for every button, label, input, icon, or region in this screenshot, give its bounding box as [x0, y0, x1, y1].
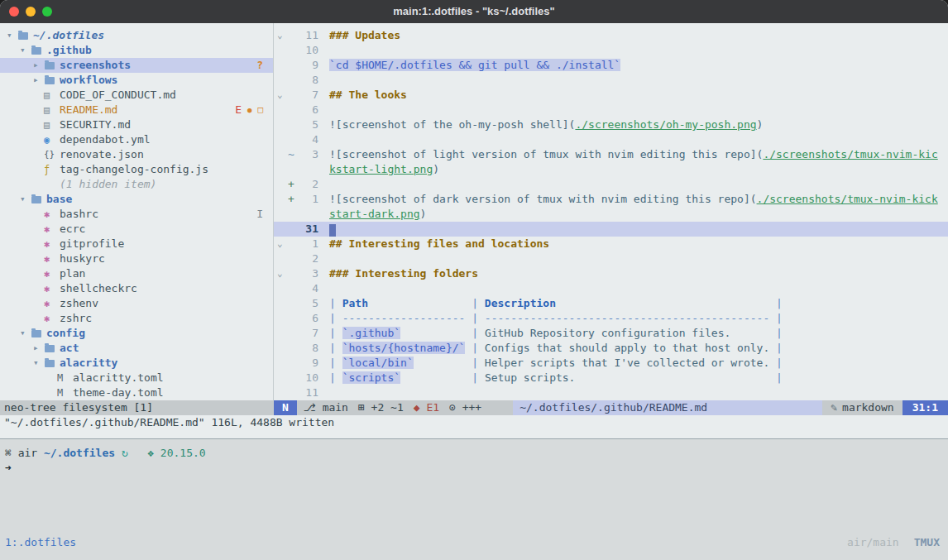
line-number: 31	[297, 222, 318, 237]
code-segment: Description	[485, 297, 556, 309]
tree-item-gitprofile[interactable]: ✱gitprofile	[0, 237, 273, 251]
editor-line[interactable]: 6| ------------------- | ---------------…	[274, 311, 948, 326]
editor-line[interactable]: ⌄3### Interesting folders	[274, 266, 948, 281]
editor-line[interactable]: 10| `scripts` | Setup scripts. |	[274, 371, 948, 385]
tree-item-security-md[interactable]: ▤SECURITY.md	[0, 117, 273, 132]
tree-item-zshenv[interactable]: ✱zshenv	[0, 296, 273, 311]
minimize-button[interactable]	[26, 7, 36, 17]
tree-item-base[interactable]: ▾base	[0, 192, 273, 207]
code-segment	[575, 371, 769, 384]
editor-line[interactable]: 31	[274, 222, 948, 237]
editor-line[interactable]: 4	[274, 281, 948, 296]
editor-line[interactable]: 6	[274, 103, 948, 117]
toml-file-icon: M	[57, 385, 69, 400]
tree-item-readme-md[interactable]: ▤README.mdE●□	[0, 103, 273, 117]
editor-line[interactable]: 4	[274, 132, 948, 147]
editor-line[interactable]: 2	[274, 251, 948, 266]
editor-line[interactable]: 10	[274, 43, 948, 58]
tree-item-github[interactable]: ▾.github	[0, 43, 273, 58]
editor-line[interactable]: 8| `hosts/{hostname}/` | Configs that sh…	[274, 341, 948, 356]
tree-item-bashrc[interactable]: ✱bashrcI	[0, 207, 273, 222]
editor-line[interactable]: ⌄7## The looks	[274, 88, 948, 103]
shell-pane[interactable]: ⌘ air ~/.dotfiles ↻ ❖ 20.15.0 ➜ 1:.dotfi…	[0, 439, 948, 560]
editor-line[interactable]: 9`cd $HOME/.dotfiles && git pull && ./in…	[274, 58, 948, 73]
code-segment: Setup scripts.	[485, 371, 576, 384]
tmux-session-name: air/main	[847, 535, 899, 550]
tree-expander-icon[interactable]: ▾	[20, 326, 31, 341]
code-segment: |	[329, 357, 342, 369]
gutter-sign: ~	[288, 147, 297, 162]
fold-icon[interactable]: ⌄	[274, 266, 288, 281]
tmux-window-name[interactable]: 1:.dotfiles	[5, 535, 76, 550]
editor-line[interactable]: 8	[274, 73, 948, 88]
tree-indent	[0, 65, 33, 66]
editor-line[interactable]: ⌄11### Updates	[274, 28, 948, 43]
line-content: ![screenshot of dark version of tmux wit…	[329, 192, 938, 207]
tree-item-label: ecrc	[60, 222, 85, 237]
neotree-panel: ▾~/.dotfiles▾.github▸screenshots?▸workfl…	[0, 23, 274, 400]
code-segment: -------------------	[342, 312, 466, 324]
tree-status-marker: ?	[256, 58, 263, 73]
tree-item-screenshots[interactable]: ▸screenshots?	[0, 58, 273, 73]
prompt-segment: ⌘	[5, 446, 18, 461]
fold-icon[interactable]: ⌄	[274, 237, 288, 251]
node-version: ❖ 20.15.0	[147, 446, 205, 461]
editor-line[interactable]: ~3![screenshot of light version of tmux …	[274, 147, 948, 162]
tree-item-code-of-conduct-md[interactable]: ▤CODE_OF_CONDUCT.md	[0, 88, 273, 103]
tree-expander-icon[interactable]: ▾	[20, 192, 31, 207]
file-tree: ▾~/.dotfiles▾.github▸screenshots?▸workfl…	[0, 28, 273, 400]
tree-expander-icon[interactable]: ▸	[33, 341, 44, 356]
neotree-statusline: neo-tree filesystem [1]	[0, 400, 274, 415]
editor-line[interactable]: ⌄1## Interesting files and locations	[274, 237, 948, 251]
code-segment: `scripts`	[342, 371, 400, 384]
tree-item-alacritty[interactable]: ▾alacritty	[0, 356, 273, 371]
tree-item-alacritty-toml[interactable]: Malacritty.toml	[0, 371, 273, 385]
editor-line[interactable]: 9| `local/bin` | Helper scripts that I'v…	[274, 356, 948, 371]
tree-item-renovate-json[interactable]: {}renovate.json	[0, 147, 273, 162]
editor-line[interactable]: kstart-light.png)	[274, 162, 948, 177]
tree-item-shellcheckrc[interactable]: ✱shellcheckrc	[0, 281, 273, 296]
tree-item-dependabot-yml[interactable]: ◉dependabot.yml	[0, 132, 273, 147]
line-content: ### Interesting folders	[329, 266, 478, 281]
code-segment: `.github`	[342, 327, 400, 339]
fold-icon[interactable]: ⌄	[274, 88, 288, 103]
gutter-sign: +	[288, 192, 297, 207]
tree-item-1-hidden-item[interactable]: (1 hidden item)	[0, 177, 273, 192]
editor-line[interactable]: 5![screenshot of the oh-my-posh shell](.…	[274, 117, 948, 132]
tree-item-zshrc[interactable]: ✱zshrc	[0, 311, 273, 326]
fold-icon[interactable]: ⌄	[274, 28, 288, 43]
editor-line[interactable]: 11	[274, 385, 948, 400]
line-number: 6	[297, 103, 318, 117]
tree-item-workflows[interactable]: ▸workflows	[0, 73, 273, 88]
tree-indent	[0, 289, 33, 290]
tree-expander-icon[interactable]: ▸	[33, 73, 44, 88]
editor-line[interactable]: +1![screenshot of dark version of tmux w…	[274, 192, 948, 207]
fullscreen-button[interactable]	[42, 7, 52, 17]
tree-indent	[0, 229, 33, 230]
tree-item-act[interactable]: ▸act	[0, 341, 273, 356]
line-content: ### Updates	[329, 28, 400, 43]
editor-line[interactable]: 5| Path | Description |	[274, 296, 948, 311]
code-segment: Helper scripts that I've collected or wr…	[485, 357, 769, 369]
editor-panel[interactable]: ⌄11### Updates109`cd $HOME/.dotfiles && …	[274, 23, 948, 400]
tree-item-tag-changelog-config-js[interactable]: ƒtag-changelog-config.js	[0, 162, 273, 177]
tree-item-dotfiles[interactable]: ▾~/.dotfiles	[0, 28, 273, 43]
line-number: 2	[297, 251, 318, 266]
tree-expander-icon[interactable]: ▾	[7, 28, 17, 43]
tree-item-label: SECURITY.md	[60, 117, 131, 132]
close-button[interactable]	[9, 7, 19, 17]
tree-expander-icon[interactable]: ▸	[33, 58, 44, 73]
tree-expander-icon[interactable]: ▾	[20, 43, 31, 58]
editor-line[interactable]: +2	[274, 177, 948, 192]
editor-line[interactable]: 7| `.github` | GitHub Repository configu…	[274, 326, 948, 341]
tree-item-plan[interactable]: ✱plan	[0, 266, 273, 281]
tree-expander-icon[interactable]: ▾	[33, 356, 44, 371]
code-segment	[400, 371, 465, 384]
tree-item-ecrc[interactable]: ✱ecrc	[0, 222, 273, 237]
tree-item-config[interactable]: ▾config	[0, 326, 273, 341]
editor-line[interactable]: start-dark.png)	[274, 207, 948, 222]
line-content: | `hosts/{hostname}/` | Configs that sho…	[329, 341, 783, 356]
tree-item-theme-day-toml[interactable]: Mtheme-day.toml	[0, 385, 273, 400]
tree-item-huskyrc[interactable]: ✱huskyrc	[0, 251, 273, 266]
line-number: 10	[297, 371, 318, 385]
